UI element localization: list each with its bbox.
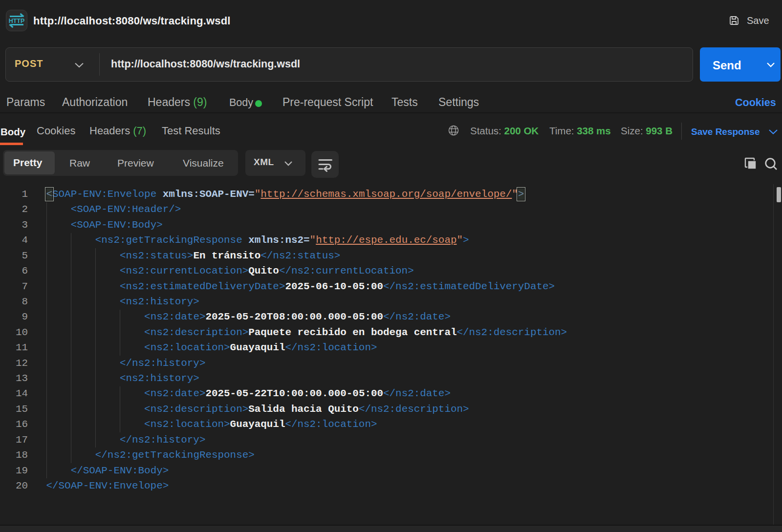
svg-text:HTTP: HTTP xyxy=(9,18,25,24)
